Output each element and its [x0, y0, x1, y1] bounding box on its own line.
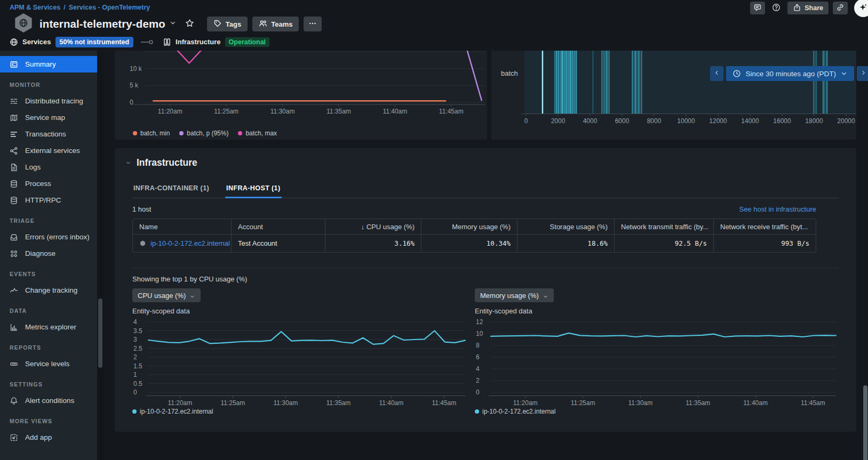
sidebar-item-service-levels[interactable]: Service levels — [0, 356, 97, 372]
column-header[interactable]: Network receive traffic (byt... — [714, 219, 816, 235]
cpu-cell: 3.16% — [325, 235, 421, 253]
sidebar-item-change-tracking[interactable]: Change tracking — [0, 282, 97, 298]
time-back-button[interactable] — [710, 66, 723, 81]
sidebar-item-summary[interactable]: Summary — [0, 56, 97, 72]
page-scrollbar-thumb[interactable] — [863, 385, 867, 460]
svg-text:11:40am: 11:40am — [379, 399, 403, 406]
showing-top-text: Showing the top 1 by CPU usage (%) — [132, 275, 856, 283]
column-header[interactable]: Memory usage (%) — [421, 219, 517, 235]
legend-item[interactable]: batch, min — [133, 130, 170, 137]
title-chevron-down-icon[interactable] — [169, 19, 177, 29]
sidebar-item-metrics-explorer[interactable]: Metrics explorer — [0, 319, 97, 335]
legend-item[interactable]: ip-10-0-2-172.ec2.internal — [132, 408, 213, 415]
see-host-link[interactable]: See host in infrastructure — [739, 205, 816, 213]
svg-text:16000: 16000 — [773, 117, 791, 125]
favorite-star-icon[interactable] — [185, 19, 194, 30]
section-divider — [132, 268, 839, 268]
share-icon — [793, 3, 801, 13]
svg-text:10 k: 10 k — [130, 65, 142, 72]
svg-text:10: 10 — [476, 330, 483, 337]
legend-label: ip-10-0-2-172.ec2.internal — [482, 408, 555, 415]
time-picker: Since 30 minutes ago (PDT) — [710, 66, 868, 81]
legend-dot — [179, 131, 184, 135]
time-range-button[interactable]: Since 30 minutes ago (PDT) — [726, 66, 854, 81]
svg-text:1.5: 1.5 — [133, 362, 142, 370]
tab-infra-container-1[interactable]: INFRA-CONTAINER (1) — [132, 184, 210, 198]
metrics-icon — [10, 323, 19, 332]
host-link[interactable]: ip-10-0-2-172.ec2.internal — [150, 239, 230, 247]
sparkle-icon — [859, 3, 867, 13]
share-button[interactable]: Share — [787, 2, 829, 14]
batch-duration-chart[interactable]: 11:20am11:25am11:30am11:35am11:40am11:45… — [115, 51, 487, 130]
sidebar-item-service-map[interactable]: Service map — [0, 109, 97, 126]
memory-metric-dropdown[interactable]: Memory usage (%) — [475, 288, 554, 302]
more-options-button[interactable] — [304, 17, 322, 31]
breadcrumb-link-1[interactable]: Services - OpenTelemetry — [69, 4, 150, 11]
help-button[interactable] — [769, 2, 783, 14]
legend-item[interactable]: batch, max — [238, 130, 277, 137]
teams-button[interactable]: Teams — [252, 17, 299, 31]
sidebar-item-alert-conditions[interactable]: Alert conditions — [0, 392, 97, 409]
cpu-usage-chart[interactable]: 00.511.522.533.5411:20am11:25am11:30am11… — [132, 315, 468, 406]
tab-infra-host-1[interactable]: INFRA-HOST (1) — [225, 184, 281, 198]
svg-text:8000: 8000 — [647, 117, 662, 125]
column-header[interactable]: Name — [132, 219, 232, 235]
tags-button[interactable]: Tags — [207, 17, 248, 31]
sidebar-item-errors-errors-inbox[interactable]: Errors (errors inbox) — [0, 229, 97, 245]
feedback-button[interactable] — [750, 2, 765, 14]
bell-icon — [10, 397, 19, 405]
copy-link-button[interactable] — [833, 2, 848, 14]
section-collapse-chevron-icon[interactable] — [125, 158, 131, 168]
breadcrumb-link-0[interactable]: APM & Services — [10, 4, 60, 11]
svg-text:12: 12 — [476, 318, 483, 326]
sidebar-scrollbar[interactable] — [97, 51, 103, 460]
memory-usage-chart[interactable]: 02468101211:20am11:25am11:30am11:35am11:… — [475, 315, 840, 406]
sidebar-item-label: Summary — [25, 60, 56, 68]
infrastructure-status-badge[interactable]: Operational — [225, 37, 269, 47]
table-row[interactable]: ip-10-0-2-172.ec2.internalTest Account3.… — [132, 235, 816, 253]
sidebar-item-process[interactable]: Process — [0, 175, 97, 192]
column-header[interactable]: Account — [232, 219, 325, 235]
main-content: 11:20am11:25am11:30am11:35am11:40am11:45… — [103, 51, 868, 460]
sidebar-item-diagnose[interactable]: Diagnose — [0, 245, 97, 262]
sidebar-item-http-rpc[interactable]: HTTP/RPC — [0, 192, 97, 208]
chevron-down-icon — [840, 70, 848, 77]
chevron-down-icon — [543, 291, 548, 300]
time-forward-button[interactable] — [857, 66, 868, 81]
sidebar-item-label: Service map — [25, 114, 65, 122]
table-header-row: NameAccount↓ CPU usage (%)Memory usage (… — [132, 219, 816, 235]
services-status-badge[interactable]: 50% not instrumented — [55, 37, 134, 47]
column-header[interactable]: Network transmit traffic (by... — [615, 219, 714, 235]
column-header[interactable]: Storage usage (%) — [517, 219, 615, 235]
sidebar-item-distributed-tracing[interactable]: Distributed tracing — [0, 93, 97, 109]
legend-item[interactable]: batch, p (95%) — [179, 130, 228, 137]
service-map-icon — [10, 114, 19, 122]
infrastructure-icon — [163, 38, 171, 46]
time-range-label: Since 30 minutes ago (PDT) — [745, 70, 836, 78]
teams-icon — [259, 19, 267, 29]
sidebar-item-label: Change tracking — [25, 286, 77, 294]
batch-histogram-chart[interactable]: 0200040006000800010000120001400016000180… — [491, 51, 856, 133]
svg-text:4: 4 — [133, 318, 137, 326]
legend-dot — [475, 409, 479, 414]
column-header[interactable]: ↓ CPU usage (%) — [325, 219, 421, 235]
svg-text:batch: batch — [501, 69, 518, 77]
svg-text:20000: 20000 — [837, 117, 855, 125]
sidebar-section-title: REPORTS — [10, 344, 87, 351]
svg-text:0: 0 — [476, 389, 480, 396]
sidebar-scrollbar-thumb[interactable] — [98, 298, 102, 368]
sidebar-item-transactions[interactable]: Transactions — [0, 126, 97, 142]
svg-text:11:25am: 11:25am — [220, 399, 245, 406]
app-window: APM & Services/Services - OpenTelemetry … — [0, 0, 868, 460]
sidebar-item-add-app[interactable]: Add app — [0, 429, 97, 446]
legend-item[interactable]: ip-10-0-2-172.ec2.internal — [475, 408, 555, 415]
sidebar-item-logs[interactable]: Logs — [0, 159, 97, 175]
legend-label: ip-10-0-2-172.ec2.internal — [140, 408, 213, 415]
sidebar-item-external-services[interactable]: External services — [0, 142, 97, 159]
svg-text:14000: 14000 — [741, 117, 759, 125]
infrastructure-section-title: Infrastructure — [137, 157, 197, 168]
cpu-metric-dropdown[interactable]: CPU usage (%) — [132, 288, 201, 302]
svg-text:11:25am: 11:25am — [571, 399, 595, 406]
infrastructure-card: Infrastructure INFRA-CONTAINER (1)INFRA-… — [115, 148, 856, 432]
transactions-icon — [10, 130, 19, 139]
